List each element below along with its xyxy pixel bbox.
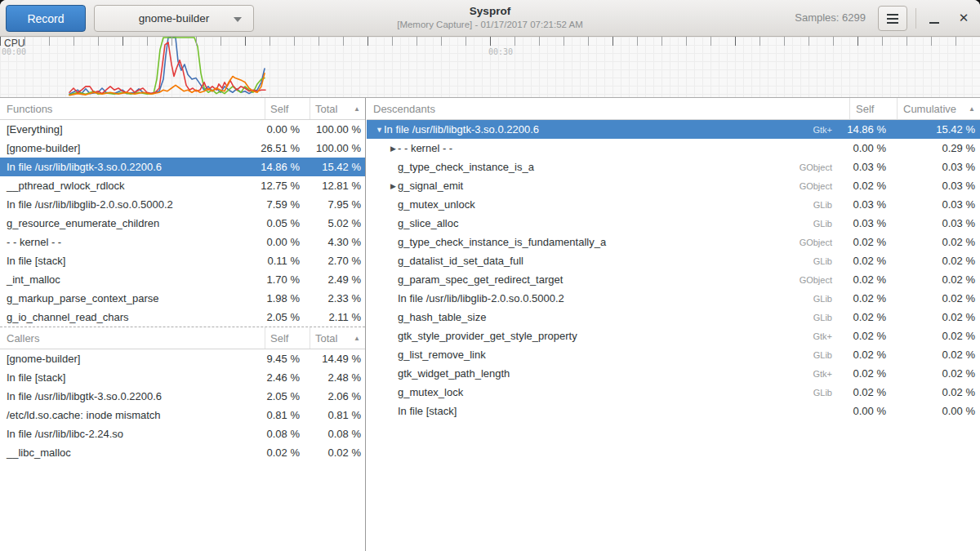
menu-button[interactable] [878,6,907,31]
cumulative-percent: 0.00 % [892,405,980,417]
total-percent: 2.33 % [305,292,365,304]
cpu-red-line [69,42,265,94]
functions-header: Functions Self Total ▲ [0,98,365,120]
callers-self-column-header[interactable]: Self [265,327,310,349]
tree-row[interactable]: g_list_remove_linkGLib0.02 %0.02 % [367,345,980,364]
total-percent: 12.81 % [305,180,365,192]
callers-column-header[interactable]: Callers [0,327,265,349]
record-button[interactable]: Record [6,5,86,32]
self-percent: 2.05 % [255,390,305,402]
expander-open-icon[interactable]: ▼ [375,126,384,134]
table-row[interactable]: g_resource_enumerate_children0.05 %5.02 … [0,214,365,233]
total-percent: 2.49 % [305,273,365,286]
table-row[interactable]: In file [stack]0.11 %2.70 % [0,251,365,270]
function-name: gtk_widget_path_length [398,367,510,380]
cumulative-percent: 0.02 % [892,349,980,361]
tree-row[interactable]: g_slice_allocGLib0.03 %0.03 % [367,214,980,233]
tree-row[interactable]: g_type_check_instance_is_fundamentally_a… [367,233,980,251]
descendants-panel: Descendants Self Cumulative ▲ ▼In file /… [367,98,980,551]
table-row[interactable]: In file /usr/lib/libgtk-3.so.0.2200.62.0… [0,387,365,406]
function-name: g_io_channel_read_chars [0,311,255,323]
function-name: - - kernel - - [398,142,452,154]
tree-row[interactable]: gtk_style_provider_get_style_propertyGtk… [367,327,980,345]
table-row[interactable]: In file /usr/lib/libgtk-3.so.0.2200.614.… [0,158,365,176]
table-row[interactable]: __libc_malloc0.02 %0.02 % [0,443,365,462]
callers-total-column-header[interactable]: Total ▲ [310,327,365,349]
total-percent: 2.11 % [305,311,365,323]
functions-rows: [Everything]0.00 %100.00 %[gnome-builder… [0,120,365,327]
function-name: g_resource_enumerate_children [0,217,255,229]
function-name: In file [stack] [0,371,255,384]
total-percent: 7.95 % [305,198,365,211]
tree-row[interactable]: g_mutex_lockGLib0.02 %0.02 % [367,383,980,402]
table-row[interactable]: _int_malloc1.70 %2.49 % [0,270,365,289]
window-controls-separator [915,8,916,29]
function-name: _int_malloc [0,273,255,286]
table-row[interactable]: __pthread_rwlock_rdlock12.75 %12.81 % [0,176,365,195]
self-percent: 0.81 % [255,409,305,421]
function-name: In file /usr/lib/libglib-2.0.so.0.5000.2 [0,198,255,211]
cumulative-percent: 0.29 % [892,142,980,154]
functions-self-column-header[interactable]: Self [265,98,310,119]
tree-row[interactable]: ▶g_signal_emitGObject0.02 %0.03 % [367,176,980,195]
table-row[interactable]: g_markup_parse_context_parse1.98 %2.33 % [0,289,365,308]
cpu-graph[interactable]: CPU 00:00 00:30 [0,37,980,98]
table-row[interactable]: [gnome-builder]26.51 %100.00 % [0,139,365,158]
sysprof-window: Record gnome-builder Sysprof [Memory Cap… [0,0,980,551]
descendants-cumulative-column-header[interactable]: Cumulative ▲ [897,98,980,119]
table-row[interactable]: /etc/ld.so.cache: inode mismatch0.81 %0.… [0,406,365,424]
self-percent: 0.02 % [839,367,892,380]
tree-row[interactable]: ▶- - kernel - -0.00 %0.29 % [367,139,980,158]
table-row[interactable]: [gnome-builder]9.45 %14.49 % [0,349,365,368]
descendants-column-header[interactable]: Descendants [367,98,849,119]
close-button[interactable]: ✕ [954,8,973,28]
table-row[interactable]: In file /usr/lib/libc-2.24.so0.08 %0.08 … [0,424,365,443]
self-percent: 0.03 % [839,198,892,211]
total-percent: 0.02 % [305,447,365,459]
tree-row[interactable]: In file [stack]0.00 %0.00 % [367,402,980,420]
expander-closed-icon[interactable]: ▶ [389,182,398,190]
self-percent: 0.03 % [839,217,892,229]
cpu-chart [0,37,980,97]
minimize-button[interactable] [924,8,944,28]
function-name: g_param_spec_get_redirect_target [398,273,563,286]
descendants-rows: ▼In file /usr/lib/libgtk-3.so.0.2200.6Gt… [367,120,980,420]
library-tag: GObject [800,275,839,285]
tree-row[interactable]: g_param_spec_get_redirect_targetGObject0… [367,270,980,289]
header-bar: Record gnome-builder Sysprof [Memory Cap… [0,0,980,37]
table-row[interactable]: - - kernel - -0.00 %4.30 % [0,233,365,251]
tree-row[interactable]: g_datalist_id_set_data_fullGLib0.02 %0.0… [367,251,980,270]
self-percent: 0.02 % [839,236,892,248]
total-percent: 0.81 % [305,409,365,421]
tree-row[interactable]: ▼In file /usr/lib/libgtk-3.so.0.2200.6Gt… [367,120,980,139]
library-tag: GLib [813,350,839,360]
expander-closed-icon[interactable]: ▶ [389,144,398,153]
target-select[interactable]: gnome-builder [94,5,254,32]
library-tag: GObject [800,162,839,172]
total-percent: 2.06 % [305,390,365,402]
total-percent: 2.70 % [305,255,365,267]
library-tag: GLib [813,219,839,229]
tree-row[interactable]: gtk_widget_path_lengthGtk+0.02 %0.02 % [367,364,980,383]
callers-rows: [gnome-builder]9.45 %14.49 %In file [sta… [0,349,365,462]
table-row[interactable]: In file /usr/lib/libglib-2.0.so.0.5000.2… [0,195,365,214]
self-percent: 0.00 % [255,236,305,248]
self-percent: 2.46 % [255,371,305,384]
function-name: g_slice_alloc [398,217,458,229]
functions-total-column-header[interactable]: Total ▲ [310,98,365,119]
window-subtitle: [Memory Capture] - 01/17/2017 07:21:52 A… [327,19,653,31]
tree-row[interactable]: g_mutex_unlockGLib0.03 %0.03 % [367,195,980,214]
table-row[interactable]: In file [stack]2.46 %2.48 % [0,368,365,387]
self-percent: 2.05 % [255,311,305,323]
functions-column-header[interactable]: Functions [0,98,265,119]
cpu-blue-line [69,38,265,94]
table-row[interactable]: g_io_channel_read_chars2.05 %2.11 % [0,308,365,327]
descendants-self-column-header[interactable]: Self [849,98,897,119]
tree-row[interactable]: In file /usr/lib/libglib-2.0.so.0.5000.2… [367,289,980,308]
cumulative-percent: 0.03 % [892,198,980,211]
tree-row[interactable]: g_type_check_instance_is_aGObject0.03 %0… [367,158,980,176]
table-row[interactable]: [Everything]0.00 %100.00 % [0,120,365,139]
cumulative-percent: 0.02 % [892,292,980,304]
time-label-mid: 00:30 [488,47,513,56]
tree-row[interactable]: g_hash_table_sizeGLib0.02 %0.02 % [367,308,980,327]
